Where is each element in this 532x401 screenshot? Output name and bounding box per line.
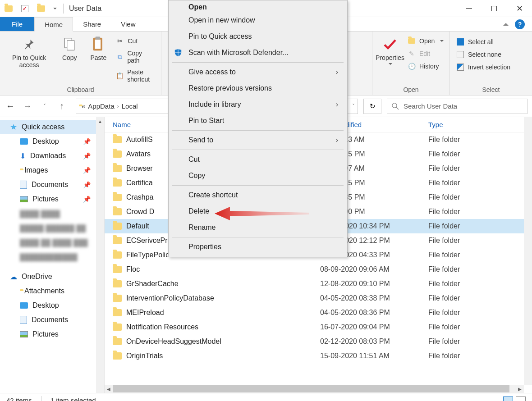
edit-button[interactable]: ✎Edit [406, 49, 445, 59]
sidebar-documents[interactable]: Documents📌 [0, 178, 104, 192]
nav-up-button[interactable]: ↑ [56, 101, 68, 111]
file-row[interactable]: MEIPreload04-05-2020 08:36 PMFile folder [105, 305, 532, 320]
sidebar-desktop[interactable]: Desktop📌 [0, 134, 104, 149]
status-bar: 42 items 1 item selected [0, 393, 532, 401]
cut-button[interactable]: ✂Cut [114, 36, 156, 46]
help-icon[interactable]: ? [515, 19, 525, 29]
select-all-button[interactable]: Select all [454, 37, 512, 47]
close-button[interactable]: ✕ [507, 0, 532, 17]
view-icons-button[interactable] [516, 396, 526, 401]
file-row[interactable]: Floc08-09-2020 09:06 AMFile folder [105, 262, 532, 277]
file-row[interactable]: Notification Resources16-07-2020 09:04 P… [105, 320, 532, 334]
paste-label: Paste [90, 54, 106, 61]
ctx-rename[interactable]: Rename [169, 219, 347, 236]
file-name: Notification Resources [126, 323, 198, 331]
nav-forward-button[interactable]: → [22, 101, 33, 111]
col-type[interactable]: Type [428, 121, 532, 128]
paste-button[interactable]: Paste [85, 34, 111, 63]
tab-file[interactable]: File [0, 17, 34, 31]
paste-shortcut-button[interactable]: 📋Paste shortcut [114, 68, 156, 84]
horizontal-scrollbar[interactable]: ◀▶ [105, 385, 524, 393]
nav-back-button[interactable]: ← [5, 101, 16, 111]
qat-properties-icon[interactable] [20, 4, 30, 14]
history-icon: 🕑 [408, 62, 416, 70]
ctx-pin-quick-access[interactable]: Pin to Quick access [169, 28, 347, 45]
search-icon [392, 103, 399, 110]
view-details-button[interactable] [503, 396, 513, 401]
file-type: File folder [428, 352, 532, 360]
ctx-open[interactable]: Open [169, 2, 347, 12]
properties-button[interactable]: Properties [377, 34, 403, 67]
file-type: File folder [428, 265, 532, 273]
tab-view[interactable]: View [111, 17, 145, 31]
open-button[interactable]: Open [406, 36, 445, 46]
ctx-properties[interactable]: Properties [169, 239, 347, 255]
select-none-button[interactable]: Select none [454, 50, 512, 59]
invert-selection-button[interactable]: Invert selection [454, 62, 512, 72]
file-row[interactable]: GrShaderCache12-08-2020 09:10 PMFile fol… [105, 277, 532, 291]
file-name: Crowd D [126, 208, 154, 216]
file-row[interactable]: OnDeviceHeadSuggestModel02-12-2020 08:03… [105, 334, 532, 349]
copy-path-button[interactable]: ⧉Copy path [114, 49, 156, 65]
ctx-include-library[interactable]: Include in library› [169, 96, 347, 113]
vertical-scrollbar[interactable] [524, 117, 532, 385]
sidebar-blurred-item[interactable]: ████ ██ ████ ███ [0, 235, 104, 250]
ctx-create-shortcut[interactable]: Create shortcut [169, 187, 347, 203]
pin-quick-access-button[interactable]: Pin to Quick access [5, 34, 54, 70]
tab-share[interactable]: Share [73, 17, 111, 31]
ctx-pin-start[interactable]: Pin to Start [169, 113, 347, 129]
ctx-send-to[interactable]: Send to› [169, 132, 347, 148]
qat-folder-icon[interactable] [36, 4, 46, 14]
sidebar-blurred-item[interactable]: ████ ████ [0, 206, 104, 221]
copy-button[interactable]: Copy [56, 34, 83, 63]
chevron-down-icon[interactable]: ˅ [352, 103, 355, 109]
ctx-copy[interactable]: Copy [169, 168, 347, 184]
file-type: File folder [428, 222, 532, 230]
file-name: OnDeviceHeadSuggestModel [126, 337, 221, 346]
file-type: File folder [428, 193, 532, 201]
sidebar-attachments[interactable]: Attachments [0, 284, 104, 298]
sidebar-downloads[interactable]: ⬇Downloads📌 [0, 149, 104, 163]
sidebar-od-pictures[interactable]: Pictures [0, 327, 104, 342]
qat-dropdown-icon[interactable] [53, 8, 57, 9]
file-name: MEIPreload [126, 309, 164, 317]
sidebar-od-documents[interactable]: Documents [0, 313, 104, 327]
ctx-open-new-window[interactable]: Open in new window [169, 12, 347, 28]
sidebar-blurred-item[interactable]: █████ ██████ ██ [0, 221, 104, 235]
cloud-icon: ☁ [10, 273, 17, 281]
ctx-give-access[interactable]: Give access to› [169, 64, 347, 80]
maximize-button[interactable] [482, 0, 507, 17]
search-input[interactable]: Search User Data [387, 99, 527, 114]
sidebar-onedrive[interactable]: ☁OneDrive [0, 269, 104, 284]
file-name: Avatars [126, 150, 151, 158]
minimize-button[interactable] [456, 0, 482, 17]
sidebar-images[interactable]: Images📌 [0, 163, 104, 178]
svg-rect-4 [96, 36, 100, 39]
breadcrumb-appdata[interactable]: AppData [88, 102, 114, 110]
sidebar-quick-access[interactable]: ★Quick access [0, 120, 104, 134]
ctx-scan-defender[interactable]: Scan with Microsoft Defender... [169, 45, 347, 61]
file-name: Browser [126, 164, 153, 173]
file-date: 16-07-2020 09:04 PM [320, 323, 428, 331]
file-row[interactable]: OriginTrials15-09-2020 11:51 AMFile fold… [105, 349, 532, 363]
file-date: 12-08-2020 09:10 PM [320, 280, 428, 288]
ctx-restore-versions[interactable]: Restore previous versions [169, 80, 347, 96]
sidebar-pictures[interactable]: Pictures📌 [0, 192, 104, 206]
breadcrumb-local[interactable]: Local [122, 102, 138, 110]
file-type: File folder [428, 237, 532, 245]
file-date: 15-09-2020 11:51 AM [320, 352, 428, 360]
tab-home[interactable]: Home [34, 17, 73, 32]
history-button[interactable]: 🕑History [406, 61, 445, 71]
folder-icon [113, 208, 122, 215]
nav-recent-dropdown[interactable]: ˅ [39, 103, 50, 109]
collapse-ribbon-icon[interactable] [503, 23, 509, 26]
folder-icon [113, 295, 122, 302]
ctx-delete[interactable]: Delete [169, 203, 347, 219]
file-row[interactable]: InterventionPolicyDatabase04-05-2020 08:… [105, 291, 532, 305]
refresh-icon: ↻ [370, 102, 376, 110]
sidebar-blurred-item[interactable]: ████████████ [0, 250, 104, 264]
sidebar-od-desktop[interactable]: Desktop [0, 298, 104, 313]
ctx-cut[interactable]: Cut [169, 151, 347, 168]
star-icon: ★ [10, 122, 17, 132]
refresh-button[interactable]: ↻ [363, 99, 381, 114]
